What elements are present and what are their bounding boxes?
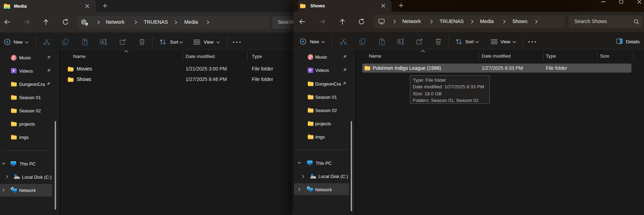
svg-text:A: A xyxy=(101,40,104,44)
svg-text:A: A xyxy=(398,40,401,44)
